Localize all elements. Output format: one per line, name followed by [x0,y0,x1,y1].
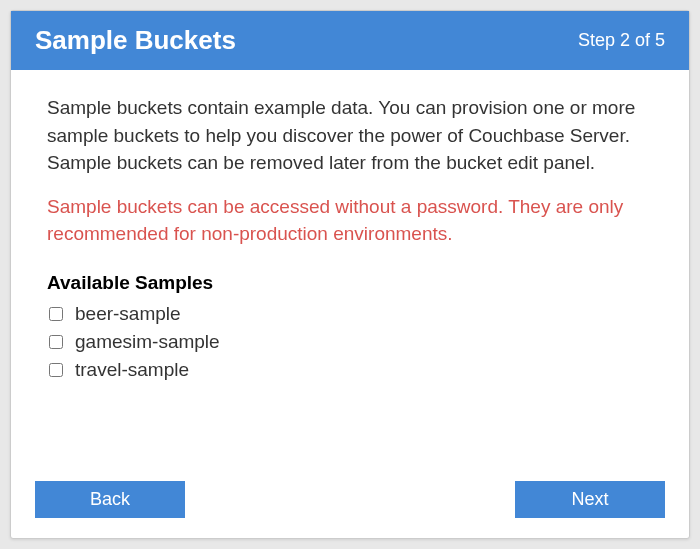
dialog-body: Sample buckets contain example data. You… [11,70,689,467]
dialog-header: Sample Buckets Step 2 of 5 [11,11,689,70]
dialog-footer: Back Next [11,467,689,538]
sample-label: beer-sample [75,303,181,325]
list-item: beer-sample [47,300,653,328]
sample-list: beer-sample gamesim-sample travel-sample [47,300,653,384]
dialog-title: Sample Buckets [35,25,236,56]
gamesim-sample-checkbox[interactable] [49,335,63,349]
step-indicator: Step 2 of 5 [578,30,665,51]
travel-sample-checkbox[interactable] [49,363,63,377]
sample-label: travel-sample [75,359,189,381]
warning-text: Sample buckets can be accessed without a… [47,193,653,248]
beer-sample-checkbox[interactable] [49,307,63,321]
sample-label: gamesim-sample [75,331,220,353]
list-item: travel-sample [47,356,653,384]
description-text: Sample buckets contain example data. You… [47,94,653,177]
sample-buckets-dialog: Sample Buckets Step 2 of 5 Sample bucket… [10,10,690,539]
list-item: gamesim-sample [47,328,653,356]
next-button[interactable]: Next [515,481,665,518]
back-button[interactable]: Back [35,481,185,518]
available-samples-heading: Available Samples [47,272,653,294]
